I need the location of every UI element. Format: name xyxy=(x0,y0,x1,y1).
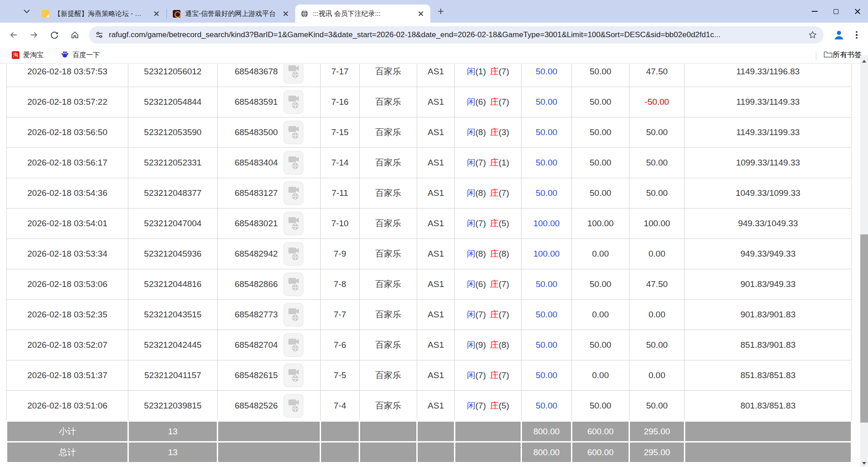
cell-bet-id: 523212056012 xyxy=(128,64,218,87)
cell-table-name: AS1 xyxy=(417,269,455,300)
bookmark-aitaobao[interactable]: 淘 爱淘宝 xyxy=(9,49,46,61)
table-row: 2026-02-18 03:57:22 523212054844 6854835… xyxy=(7,87,852,117)
url-text[interactable]: rafugf.com/game/betrecord_search/kind3?B… xyxy=(109,30,808,39)
bet-record-table: 2026-02-18 03:57:53 523212056012 6854836… xyxy=(6,64,852,463)
game-id-text: 685483500 xyxy=(234,127,278,137)
cell-win-loss: 47.50 xyxy=(629,64,685,87)
cell-round: 7-6 xyxy=(321,330,360,360)
reload-button[interactable] xyxy=(46,27,63,43)
video-replay-icon[interactable] xyxy=(283,181,303,205)
cell-valid-bet: 50.00 xyxy=(572,64,629,87)
subtotal-bet: 800.00 xyxy=(522,421,572,442)
cell-balance: 949.33/949.33 xyxy=(685,239,852,269)
cell-bet-time: 2026-02-18 03:54:01 xyxy=(7,209,128,239)
cell-win-loss: 50.00 xyxy=(629,330,685,360)
cell-table-name: AS1 xyxy=(417,300,455,330)
video-replay-icon[interactable] xyxy=(283,303,303,326)
banker-points: (5) xyxy=(499,219,509,228)
maximize-button[interactable] xyxy=(825,0,847,23)
bookmark-star-icon[interactable] xyxy=(808,30,817,39)
cell-round: 7-8 xyxy=(321,269,360,300)
cell-result: 闲(7)庄(1) xyxy=(455,148,522,178)
video-replay-icon[interactable] xyxy=(283,333,303,357)
video-replay-icon[interactable] xyxy=(283,121,303,144)
video-replay-icon[interactable] xyxy=(283,242,303,266)
cell-valid-bet: 50.00 xyxy=(572,330,629,360)
cell-game-id: 685483127 xyxy=(218,178,321,209)
tab-divider xyxy=(166,9,167,19)
total-row: 总计 13 800.00 600.00 295.00 xyxy=(7,442,852,463)
video-replay-icon[interactable] xyxy=(283,364,303,387)
minimize-button[interactable] xyxy=(804,0,825,23)
cell-game-name: 百家乐 xyxy=(360,360,417,391)
back-button[interactable] xyxy=(5,27,22,43)
address-bar[interactable]: rafugf.com/game/betrecord_search/kind3?B… xyxy=(89,26,824,44)
cell-valid-bet: 50.00 xyxy=(572,148,629,178)
banker-points: (7) xyxy=(499,310,509,319)
video-replay-icon[interactable] xyxy=(283,272,303,296)
banker-points: (7) xyxy=(499,279,509,289)
browser-menu-button[interactable] xyxy=(850,28,863,42)
cell-win-loss: 100.00 xyxy=(629,209,685,239)
scroll-up-button[interactable] xyxy=(860,57,868,65)
player-points: (7) xyxy=(475,219,486,228)
cell-bet-id: 523212039815 xyxy=(128,391,218,421)
cell-bet-time: 2026-02-18 03:51:37 xyxy=(7,360,128,391)
new-tab-button[interactable] xyxy=(434,5,448,18)
player-points: (7) xyxy=(475,370,486,380)
table-row: 2026-02-18 03:57:53 523212056012 6854836… xyxy=(7,64,852,87)
cell-game-id: 685483021 xyxy=(218,209,321,239)
table-row: 2026-02-18 03:52:35 523212043515 6854827… xyxy=(7,300,852,330)
total-count: 13 xyxy=(128,442,218,463)
player-label: 闲 xyxy=(467,219,475,228)
scrollbar-thumb[interactable] xyxy=(860,234,868,423)
video-replay-icon[interactable] xyxy=(283,64,303,83)
tab-tongbao[interactable]: 通宝-信誉最好的网上游戏平台 xyxy=(167,5,295,23)
player-points: (6) xyxy=(475,279,486,289)
video-replay-icon[interactable] xyxy=(283,151,303,175)
tab-close-icon[interactable] xyxy=(416,9,426,19)
video-replay-icon[interactable] xyxy=(283,212,303,235)
cell-bet-amount: 50.00 xyxy=(522,178,572,209)
cell-result: 闲(9)庄(8) xyxy=(455,330,522,360)
subtotal-valid: 600.00 xyxy=(572,421,629,442)
home-button[interactable] xyxy=(67,27,83,43)
close-window-button[interactable] xyxy=(847,0,868,23)
tab-bet-record-active[interactable]: :::视讯 会员下注纪录::: xyxy=(295,5,430,23)
cell-table-name: AS1 xyxy=(417,239,455,269)
cell-table-name: AS1 xyxy=(417,87,455,117)
tab-search-button[interactable] xyxy=(21,5,33,17)
game-id-text: 685483021 xyxy=(234,219,278,229)
scroll-down-button[interactable] xyxy=(860,459,868,467)
forward-icon xyxy=(29,30,39,39)
site-info-icon[interactable] xyxy=(95,31,103,39)
profile-avatar[interactable] xyxy=(832,28,846,42)
subtotal-label: 小计 xyxy=(7,421,128,442)
tab-close-icon[interactable] xyxy=(281,9,291,19)
vertical-scrollbar[interactable] xyxy=(860,55,868,467)
tab-forum[interactable]: 【新提醒】海燕策略论坛 - 综合 xyxy=(36,5,166,23)
cell-bet-time: 2026-02-18 03:57:22 xyxy=(7,87,128,117)
tab-title: :::视讯 会员下注纪录::: xyxy=(313,10,412,18)
cell-balance: 1149.33/1196.83 xyxy=(685,64,852,87)
all-bookmarks-label[interactable]: 所有书签 xyxy=(833,50,862,60)
cell-game-name: 百家乐 xyxy=(360,330,417,360)
globe-icon xyxy=(301,10,308,18)
tab-close-icon[interactable] xyxy=(151,9,161,19)
subtotal-row: 小计 13 800.00 600.00 295.00 xyxy=(7,421,852,442)
cell-bet-time: 2026-02-18 03:51:06 xyxy=(7,391,128,421)
cell-bet-time: 2026-02-18 03:57:53 xyxy=(7,64,128,87)
cell-result: 闲(8)庄(3) xyxy=(455,117,522,148)
video-replay-icon[interactable] xyxy=(283,394,303,418)
game-id-text: 685483127 xyxy=(234,188,278,198)
forward-button[interactable] xyxy=(26,27,42,43)
banker-points: (1) xyxy=(499,158,509,167)
baidu-paw-icon xyxy=(61,50,69,60)
cell-game-name: 百家乐 xyxy=(360,300,417,330)
player-label: 闲 xyxy=(467,188,475,198)
bookmark-baidu[interactable]: 百度一下 xyxy=(58,49,102,61)
cell-result: 闲(1)庄(7) xyxy=(455,64,522,87)
cell-bet-amount: 50.00 xyxy=(522,330,572,360)
video-replay-icon[interactable] xyxy=(283,90,303,114)
cell-bet-time: 2026-02-18 03:53:06 xyxy=(7,269,128,300)
